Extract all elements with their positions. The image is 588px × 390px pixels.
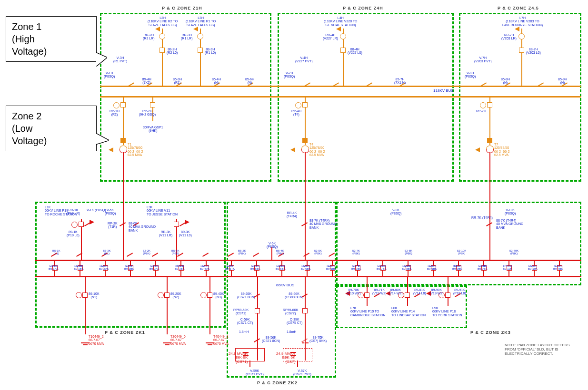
lbl-8970k: 89-70K (V10 W2)	[347, 288, 361, 295]
lbl-t10: T10449_2 66-7.67 6670 MVA	[89, 335, 104, 345]
bus-tap-bot-bb5	[281, 270, 282, 276]
bus-tap-bot-bb2	[130, 270, 131, 276]
bus-breaker-label-bb7: (2Z2A) B9-7BK	[377, 264, 387, 271]
d-56k	[254, 338, 261, 342]
hv-bus-bot	[100, 96, 581, 98]
lbl-rp59: RP59-59K (CS71)	[233, 308, 249, 315]
lbl-b85_4h: 85-4H (N)	[212, 78, 221, 85]
lbl-t7: T7 125/78/50 66-2 -66-2 62.5 MVA	[494, 143, 509, 156]
breaker-l3h	[198, 48, 203, 53]
bus-breaker-label-ba8: (2Z2B) B9-8BK	[402, 264, 412, 271]
v59-tap	[249, 361, 250, 367]
lbl-l9k: L9K 66KV LINE P18 TO YORK STATION	[432, 306, 462, 317]
arr-l3k	[185, 220, 189, 224]
lbl-t40: T40449_1 66-7.67 6670 MVA	[213, 335, 229, 345]
bus-breaker-label-ba4: (2Z4A) B9-4AK	[200, 264, 210, 271]
lbl-b85_3h: 85-3H (R1)	[173, 78, 182, 85]
m-20k	[158, 292, 164, 298]
bus-disc-ba3	[152, 252, 159, 257]
lbl-v8h: V-8H (P8SQ)	[465, 71, 476, 78]
lbl-rr1k: RR-1K (P19 LR)	[67, 208, 80, 215]
sst-t40-drop	[209, 277, 210, 334]
b89-1k	[79, 222, 84, 227]
breaker-l2h	[159, 48, 165, 53]
lbl-8910k: 89-10K (N1)	[89, 292, 100, 299]
zone-header-zk1: P & C ZONE ZK1	[105, 330, 145, 335]
bus-disc-bb6	[329, 252, 336, 257]
lbl-v4h: V-4H (V227 PVT)	[295, 56, 313, 63]
b89-20k	[164, 292, 169, 298]
lbl-rp60: RP59-60K (CS72)	[283, 308, 298, 315]
bus-tap-bot-bb11	[559, 270, 560, 276]
lbl-rp7h: RP-7H	[476, 109, 486, 113]
bus-breaker-label-bb4: (2Z5B) B9-5TK	[225, 264, 235, 271]
lbl-v2h: V-2H (P8SQ)	[284, 71, 295, 78]
zone-header-z45: P & C ZONE Z4,5	[498, 6, 539, 10]
lbl-rr3k: RR-3K (V11 LR)	[159, 230, 172, 237]
b89-70k	[364, 292, 369, 298]
lbl-8956k: 89-56K (CS71 8CN)	[262, 336, 280, 343]
lbl-gsp: 30MVA GSP1 (9HK)	[143, 126, 163, 133]
lbl-8991k: 89-91K (P18 L0)	[453, 288, 466, 295]
lbl-l2: 1.8mH	[287, 330, 297, 333]
bus-tap-bot-ba9	[458, 270, 459, 276]
bus-disc-ba6	[304, 252, 310, 257]
lbl-rr3h: RR-3H (R1 LR)	[181, 33, 193, 40]
recloser-l2h	[159, 33, 165, 39]
bus-breaker-label-bb1: (2Z3B) B9-1BK	[74, 264, 84, 271]
lbl-rr4h: RR-4H (V227 LR)	[323, 33, 338, 40]
bus-breaker-label-ba6: (2Z5A) B9-6BK	[301, 264, 311, 271]
bus-tap-bot-bb1	[80, 270, 80, 276]
bus-breaker-label-ba1: (2Z3A) B9-1AK	[49, 264, 59, 271]
bus-tap-bot-ba4	[206, 270, 207, 276]
lbl-b87h: 88-7H (V203 L0)	[526, 48, 541, 55]
lbl-l1: 1.8mH	[239, 330, 249, 333]
t7-arr	[475, 147, 480, 152]
b89-80k	[405, 292, 410, 298]
lbl-8970b: 89-70K (CS7) 8HK)	[309, 336, 327, 343]
t4-box	[302, 138, 308, 143]
rp4h-m	[295, 102, 301, 108]
zone-header-zk3: P & C ZONE ZK3	[470, 330, 511, 335]
lbl-8920k: 89-20K (N2)	[170, 292, 181, 299]
sst-t10-drop	[85, 277, 86, 334]
lbl-rp2k: RP-2K (T1R)	[108, 222, 118, 229]
lbl-8980k: 89-80K (V14 W2)	[389, 288, 403, 295]
lbl-b85_6h: 85-6H (N)	[245, 78, 254, 85]
lbl-rp4k: RR-4K (T4R4)	[287, 211, 297, 218]
lbl-l2h: L2H (118KV LINE R2 TO SLAVE FALLS GS)	[148, 16, 178, 27]
lbl-t1: T1 125/78/50 66-2 -66-2 62.5 MVA	[128, 143, 143, 156]
lbl-v1k: V-1K (P8SQ)	[87, 208, 106, 212]
m-40k	[200, 292, 207, 298]
lbl-l3k: L3K 66KV LINE V11 TO JESSE STATION	[147, 205, 178, 216]
bus-tap-bot-ba7	[357, 270, 358, 276]
rp4h	[302, 102, 308, 107]
out-l9k	[448, 277, 448, 306]
rp1h-m	[113, 102, 120, 108]
t4-lv-drop	[305, 152, 306, 260]
lbl-l4h: L4H (118KV LINE V220 TO ST. VITAL STATIO…	[324, 16, 358, 27]
t1-box	[120, 138, 126, 143]
d-rp2k	[120, 222, 127, 226]
bus-tap-bot-bb4	[231, 270, 232, 276]
bus-tap-bot-ba8	[408, 270, 409, 276]
bus-breaker-label-ba3: (2Z3A) B9-3AK	[149, 264, 159, 271]
b89-40k	[207, 292, 212, 298]
bus-breaker-label-bb5: (2Z5A) B9-5BK	[276, 264, 286, 271]
breaker-l4h	[340, 48, 346, 53]
lbl-l3h: L3H (118KV LINE R1 TO SLAVE FALLS GS)	[186, 16, 216, 27]
out-l7k	[367, 277, 368, 306]
lbl-b891k: 89-1K (P19 L0)	[67, 230, 80, 237]
lv-bus-bot	[35, 276, 581, 277]
bus-tap-bot-ba5	[256, 270, 257, 276]
disc-label-b52_8k: 52-8K (P8K)	[405, 249, 412, 255]
bus-breaker-label-bb2: (2Z5B) B9-2BK	[124, 264, 134, 271]
bus-breaker-label-ba5: (2Z3A) B9-5BK	[250, 264, 260, 271]
out-l8k	[407, 277, 408, 306]
disc-label-b52_10k: 52-10K (P8K)	[457, 249, 466, 255]
lbl-v9k: V-9K (P8SQ)	[390, 208, 401, 215]
arrow-l3h	[193, 27, 198, 31]
lv-bus-label: 66KV BUS	[276, 283, 294, 287]
bus-tap-bot-bb3	[180, 270, 181, 276]
lbl-mvar2: 24.9 MVAR B9K-6K (CS7)	[276, 352, 295, 364]
